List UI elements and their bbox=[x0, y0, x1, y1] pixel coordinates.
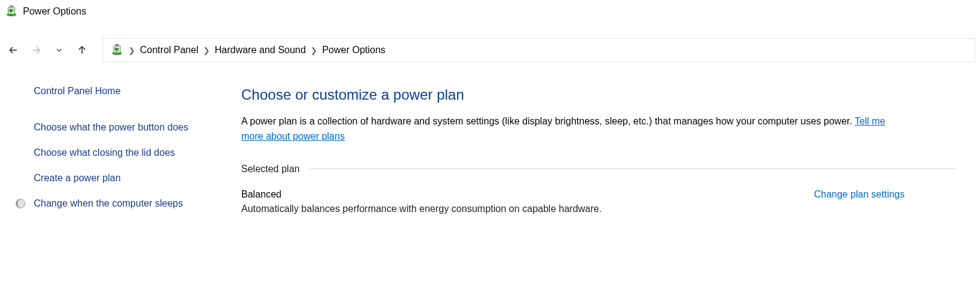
breadcrumb-item[interactable]: Hardware and Sound bbox=[215, 45, 306, 56]
up-button[interactable] bbox=[74, 42, 90, 59]
divider bbox=[309, 169, 956, 169]
sidebar-link-create-plan[interactable]: Create a power plan bbox=[34, 171, 211, 185]
section-header: Selected plan bbox=[241, 164, 956, 175]
description-text: A power plan is a collection of hardware… bbox=[241, 116, 855, 126]
sidebar-link-power-button[interactable]: Choose what the power button does bbox=[34, 120, 211, 135]
battery-icon bbox=[110, 42, 124, 58]
page-heading: Choose or customize a power plan bbox=[241, 86, 956, 103]
sidebar-link-lid[interactable]: Choose what closing the lid does bbox=[34, 146, 211, 160]
back-button[interactable] bbox=[5, 42, 22, 59]
address-bar[interactable]: ❯ Control Panel ❯ Hardware and Sound ❯ P… bbox=[103, 38, 975, 62]
window-title: Power Options bbox=[23, 6, 86, 17]
plan-description: Automatically balances performance with … bbox=[241, 204, 602, 214]
sidebar: Control Panel Home Choose what the power… bbox=[6, 84, 211, 222]
window-titlebar: Power Options bbox=[0, 0, 980, 22]
recent-dropdown[interactable] bbox=[51, 42, 68, 59]
breadcrumb-item[interactable]: Power Options bbox=[322, 45, 385, 56]
chevron-right-icon: ❯ bbox=[203, 46, 210, 55]
svg-rect-5 bbox=[115, 44, 119, 47]
chevron-right-icon: ❯ bbox=[311, 46, 317, 55]
forward-button[interactable] bbox=[28, 42, 45, 59]
battery-icon bbox=[5, 4, 18, 19]
page-description: A power plan is a collection of hardware… bbox=[241, 114, 905, 144]
section-label: Selected plan bbox=[241, 164, 300, 175]
sidebar-link-home[interactable]: Control Panel Home bbox=[34, 84, 211, 98]
sidebar-link-sleep[interactable]: Change when the computer sleeps bbox=[34, 196, 211, 211]
svg-rect-2 bbox=[10, 5, 13, 8]
chevron-right-icon: ❯ bbox=[128, 46, 135, 55]
main-content: Choose or customize a power plan A power… bbox=[241, 84, 956, 222]
breadcrumb-item[interactable]: Control Panel bbox=[140, 45, 198, 56]
plan-name: Balanced bbox=[241, 189, 602, 200]
navigation-row: ❯ Control Panel ❯ Hardware and Sound ❯ P… bbox=[0, 34, 980, 66]
plan-row: Balanced Automatically balances performa… bbox=[241, 189, 905, 214]
change-plan-settings-link[interactable]: Change plan settings bbox=[814, 189, 905, 200]
moon-icon bbox=[14, 198, 27, 211]
